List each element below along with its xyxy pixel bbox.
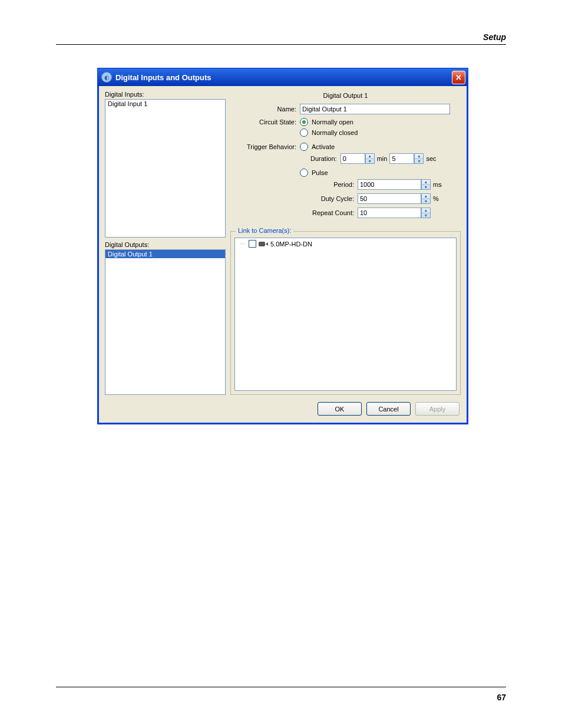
- radio-label: Pulse: [312, 169, 328, 176]
- spinner-buttons[interactable]: ▲▼: [421, 193, 431, 204]
- main-area: Digital Inputs: Digital Input 1 Digital …: [100, 86, 465, 397]
- duty-label: Duty Cycle:: [300, 195, 358, 202]
- spinner-buttons[interactable]: ▲▼: [365, 153, 375, 164]
- camera-label: 5.0MP-HD-DN: [270, 241, 312, 248]
- radio-icon: [300, 169, 308, 177]
- input-item[interactable]: Digital Input 1: [105, 100, 225, 108]
- dialog-body: Digital Inputs: Digital Input 1 Digital …: [100, 86, 465, 421]
- output-heading: Digital Output 1: [230, 92, 461, 99]
- footer-rule: [56, 687, 506, 687]
- unit-sec: sec: [426, 155, 436, 162]
- inputs-listbox[interactable]: Digital Input 1: [105, 99, 226, 238]
- camera-row[interactable]: ⋯ 5.0MP-HD-DN: [240, 240, 451, 248]
- circuit-label: Circuit State:: [230, 118, 300, 126]
- right-column: Digital Output 1 Name: Circuit State: No…: [230, 91, 461, 395]
- radio-activate[interactable]: Activate: [300, 143, 461, 151]
- window-title: Digital Inputs and Outputs: [115, 73, 452, 82]
- trigger-options: Activate Duration: ▲▼ min ▲▼: [300, 143, 461, 222]
- period-label: Period:: [300, 181, 358, 188]
- radio-label: Normally open: [312, 118, 353, 126]
- spin-down-icon[interactable]: ▼: [366, 159, 374, 164]
- trigger-label: Trigger Behavior:: [230, 143, 300, 150]
- camera-checkbox[interactable]: [249, 240, 256, 248]
- circuit-row: Circuit State: Normally open Normally cl…: [230, 118, 461, 139]
- spin-up-icon[interactable]: ▲: [422, 194, 430, 199]
- camera-tree[interactable]: ⋯ 5.0MP-HD-DN: [234, 238, 457, 391]
- spin-down-icon[interactable]: ▼: [422, 213, 430, 218]
- duration-label: Duration:: [310, 155, 337, 162]
- close-button[interactable]: ✕: [452, 71, 465, 84]
- close-icon: ✕: [455, 73, 462, 82]
- tree-connector-icon: ⋯: [240, 241, 245, 247]
- unit-ms: ms: [433, 181, 442, 188]
- apply-button: Apply: [415, 402, 459, 416]
- spin-up-icon[interactable]: ▲: [366, 154, 374, 159]
- radio-normally-closed[interactable]: Normally closed: [300, 129, 358, 137]
- left-column: Digital Inputs: Digital Input 1 Digital …: [105, 91, 226, 395]
- radio-icon: [300, 129, 308, 137]
- unit-min: min: [377, 155, 388, 162]
- radio-icon: [300, 118, 308, 126]
- cancel-button[interactable]: Cancel: [366, 402, 411, 416]
- ok-button[interactable]: OK: [318, 402, 362, 416]
- duration-sec-input[interactable]: [389, 153, 414, 164]
- titlebar: ◐ Digital Inputs and Outputs ✕: [98, 68, 468, 86]
- output-item-selected[interactable]: Digital Output 1: [105, 250, 225, 258]
- spin-up-icon[interactable]: ▲: [415, 154, 423, 159]
- link-cameras-fieldset: Link to Camera(s): ⋯ 5.0MP-HD-DN: [230, 231, 461, 395]
- trigger-row: Trigger Behavior: Activate Duration: ▲▼: [230, 143, 461, 222]
- name-input[interactable]: [300, 104, 450, 114]
- outputs-label: Digital Outputs:: [105, 241, 226, 248]
- spin-up-icon[interactable]: ▲: [422, 180, 430, 185]
- spinner-buttons[interactable]: ▲▼: [421, 179, 431, 190]
- radio-label: Activate: [312, 143, 335, 150]
- circuit-options: Normally open Normally closed: [300, 118, 358, 139]
- radio-pulse[interactable]: Pulse: [300, 169, 461, 177]
- duration-min-spinner[interactable]: ▲▼: [340, 153, 375, 164]
- duration-sec-spinner[interactable]: ▲▼: [389, 153, 424, 164]
- duty-spinner[interactable]: ▲▼: [358, 193, 431, 204]
- spinner-buttons[interactable]: ▲▼: [414, 153, 424, 164]
- radio-label: Normally closed: [312, 129, 358, 136]
- dialog-window: ◐ Digital Inputs and Outputs ✕ Digital I…: [97, 68, 468, 424]
- spin-down-icon[interactable]: ▼: [422, 199, 430, 204]
- camera-icon: [259, 241, 268, 248]
- repeat-input[interactable]: [358, 207, 421, 218]
- duty-row: Duty Cycle: ▲▼ %: [300, 193, 461, 204]
- inputs-label: Digital Inputs:: [105, 91, 226, 98]
- period-input[interactable]: [358, 179, 421, 190]
- header-rule: [56, 44, 506, 45]
- repeat-row: Repeat Count: ▲▼: [300, 207, 461, 218]
- page-number: 67: [497, 693, 506, 702]
- link-cameras-legend: Link to Camera(s):: [236, 227, 293, 234]
- spinner-buttons[interactable]: ▲▼: [421, 207, 431, 218]
- spin-down-icon[interactable]: ▼: [422, 185, 430, 190]
- duty-input[interactable]: [358, 193, 421, 204]
- outputs-listbox[interactable]: Digital Output 1: [105, 249, 226, 395]
- duration-min-input[interactable]: [340, 153, 365, 164]
- period-spinner[interactable]: ▲▼: [358, 179, 431, 190]
- name-row: Name:: [230, 104, 461, 114]
- name-label: Name:: [230, 106, 300, 113]
- spin-up-icon[interactable]: ▲: [422, 208, 430, 213]
- repeat-label: Repeat Count:: [300, 209, 358, 216]
- radio-icon: [300, 143, 308, 151]
- duration-row: Duration: ▲▼ min ▲▼ sec: [310, 153, 461, 164]
- spin-down-icon[interactable]: ▼: [415, 159, 423, 164]
- radio-normally-open[interactable]: Normally open: [300, 118, 358, 126]
- button-bar: OK Cancel Apply: [100, 397, 465, 421]
- repeat-spinner[interactable]: ▲▼: [358, 207, 431, 218]
- app-icon: ◐: [101, 72, 112, 83]
- period-row: Period: ▲▼ ms: [300, 179, 461, 190]
- page-header: Setup: [483, 32, 506, 42]
- unit-pct: %: [433, 195, 439, 202]
